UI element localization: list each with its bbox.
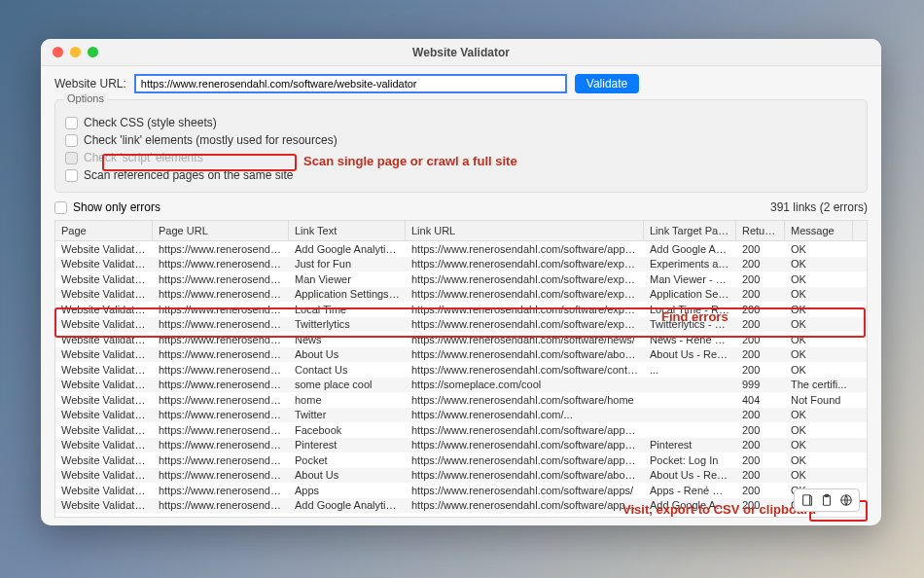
- cell: Website Validator - R...: [55, 439, 153, 451]
- cell: 200: [736, 243, 785, 255]
- cell: About Us: [289, 469, 406, 481]
- table-row[interactable]: Website Validator - R...https://www.rene…: [55, 302, 867, 317]
- table-row[interactable]: Website Validator - R...https://www.rene…: [55, 378, 867, 393]
- table-row[interactable]: Website Validator - R...https://www.rene…: [55, 513, 867, 518]
- cell: https://www.renerosendahl.co...: [153, 499, 289, 511]
- table-row[interactable]: Website Validator - R...https://www.rene…: [55, 362, 867, 378]
- cell: 200: [736, 288, 785, 300]
- cell: Pinterest: [289, 439, 406, 451]
- url-input[interactable]: [134, 74, 567, 93]
- cell: https://www.renerosendahl.co...: [153, 273, 289, 285]
- scan-refs-checkbox[interactable]: [65, 169, 78, 182]
- table-row[interactable]: Website Validator - R...https://www.rene…: [55, 241, 867, 257]
- cell: https://www.renerosendahl.co...: [153, 394, 289, 406]
- cell: https://www.renerosendahl.com/software/n…: [406, 334, 644, 345]
- table-row[interactable]: Website Validator - R...https://www.rene…: [55, 347, 867, 363]
- table-row[interactable]: Website Validator - R...https://www.rene…: [55, 317, 867, 333]
- cell: About Us - René Ro...: [644, 348, 736, 360]
- check-script-checkbox: [65, 152, 78, 164]
- globe-icon[interactable]: [838, 492, 854, 508]
- cell: Local Time - René ...: [644, 304, 736, 315]
- cell: OK: [785, 424, 853, 436]
- cell: Pocket: [289, 454, 406, 466]
- validate-button[interactable]: Validate: [575, 74, 639, 93]
- cell: https://www.renerosendahl.com/software/a…: [406, 454, 644, 466]
- clipboard-icon[interactable]: [819, 492, 835, 508]
- table-row[interactable]: Website Validator - R...https://www.rene…: [55, 498, 867, 514]
- cell: home: [289, 394, 406, 406]
- check-script-label: Check 'script' elements: [84, 151, 203, 164]
- cell: Add Google Analyti...: [644, 499, 736, 511]
- table-row[interactable]: Website Validator - R...https://www.rene…: [55, 287, 867, 303]
- cell: OK: [785, 273, 853, 285]
- titlebar: Website Validator: [41, 39, 881, 66]
- table-row[interactable]: Website Validator - R...https://www.rene…: [55, 483, 867, 498]
- cell: 200: [736, 334, 785, 345]
- cell: Website Validator - R...: [55, 318, 153, 330]
- table-row[interactable]: Website Validator - R...https://www.rene…: [55, 422, 867, 438]
- cell: Website Validator - R...: [55, 485, 153, 496]
- cell: Apps: [289, 485, 406, 496]
- table-row[interactable]: Website Validator - R...https://www.rene…: [55, 257, 867, 272]
- cell: Website Validator - R...: [55, 409, 153, 420]
- cell: 200: [736, 304, 785, 315]
- check-link-checkbox[interactable]: [65, 134, 78, 147]
- cell: OK: [785, 364, 853, 376]
- table-row[interactable]: Website Validator - R...https://www.rene…: [55, 332, 867, 347]
- cell: Website Validator - R...: [55, 394, 153, 406]
- cell: OK: [785, 469, 853, 481]
- cell: OK: [785, 439, 853, 451]
- cell: https://www.renerosendahl.com/software/a…: [406, 424, 644, 436]
- show-only-errors-checkbox[interactable]: [54, 201, 67, 214]
- col-page-url[interactable]: Page URL: [153, 221, 289, 240]
- cell: Big Countdown Tim...: [644, 515, 736, 518]
- col-link-url[interactable]: Link URL: [406, 221, 644, 240]
- cell: 200: [736, 424, 785, 436]
- cell: Website Validator - R...: [55, 273, 153, 285]
- cell: 200: [736, 485, 785, 496]
- table-row[interactable]: Website Validator - R...https://www.rene…: [55, 468, 867, 484]
- cell: https://www.renerosendahl.co...: [153, 454, 289, 466]
- cell: OK: [785, 334, 853, 345]
- cell: Website Validator - R...: [55, 304, 153, 315]
- status-text: 391 links (2 errors): [770, 200, 868, 214]
- cell: 200: [736, 499, 785, 511]
- cell: https://www.renerosendahl.co...: [153, 348, 289, 360]
- col-page[interactable]: Page: [55, 221, 153, 240]
- col-message[interactable]: Message: [785, 221, 853, 240]
- cell: 200: [736, 318, 785, 330]
- check-link-label: Check 'link' elements (mostly used for r…: [84, 133, 338, 147]
- cell: https://www.renerosendahl.co...: [153, 424, 289, 436]
- check-css-checkbox[interactable]: [65, 117, 78, 129]
- cell: Application Settings...: [644, 288, 736, 300]
- cell: Website Validator - R...: [55, 243, 153, 255]
- table-row[interactable]: Website Validator - R...https://www.rene…: [55, 392, 867, 408]
- cell: https://www.renerosendahl.co...: [153, 439, 289, 451]
- cell: Pocket: Log In: [644, 454, 736, 466]
- export-csv-icon[interactable]: [800, 492, 815, 508]
- cell: Add Google Analytics Co...: [289, 499, 406, 511]
- col-return[interactable]: Return...: [736, 221, 785, 240]
- table-row[interactable]: Website Validator - R...https://www.rene…: [55, 452, 867, 468]
- cell: Website Validator - R...: [55, 469, 153, 481]
- col-link-target[interactable]: Link Target Page: [644, 221, 736, 240]
- cell: OK: [785, 304, 853, 315]
- below-options-row: Show only errors 391 links (2 errors): [41, 199, 881, 220]
- cell: some place cool: [289, 379, 406, 390]
- table-row[interactable]: Website Validator - R...https://www.rene…: [55, 408, 867, 423]
- cell: https://www.renerosendahl.co...: [153, 364, 289, 376]
- col-link-text[interactable]: Link Text: [289, 221, 406, 240]
- cell: Website Validator - R...: [55, 515, 153, 518]
- svg-rect-1: [824, 496, 831, 506]
- cell: https://www.renerosendahl.co...: [153, 469, 289, 481]
- cell: OK: [785, 318, 853, 330]
- cell: https://www.renerosendahl.com/software/e…: [406, 304, 644, 315]
- cell: https://www.renerosendahl.com/software/e…: [406, 258, 644, 270]
- table-row[interactable]: Website Validator - R...https://www.rene…: [55, 271, 867, 287]
- cell: https://www.renerosendahl.com/software/e…: [406, 318, 644, 330]
- table-row[interactable]: Website Validator - R...https://www.rene…: [55, 438, 867, 453]
- window-title: Website Validator: [41, 46, 881, 59]
- cell: https://www.renerosendahl.com/software/h…: [406, 394, 644, 406]
- cell: Contact Us: [289, 364, 406, 376]
- cell: Not Found: [785, 394, 853, 406]
